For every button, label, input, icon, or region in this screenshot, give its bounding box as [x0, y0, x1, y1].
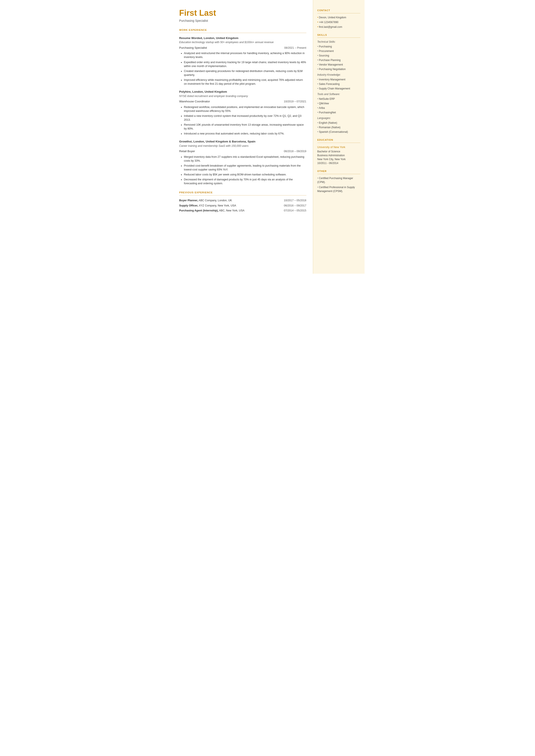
skill-cat-industry: Industry Knowledge: [317, 73, 360, 77]
prev-exp-row-2: Supply Officer, XYZ Company, New York, U… [179, 204, 306, 208]
contact-phone: +44 1234567890 [317, 20, 360, 24]
list-item: Expedited order entry and inventory trac… [184, 60, 306, 68]
bullet-list-2: Redesigned workflow, consolidated positi… [179, 105, 306, 136]
prev-exp-title-3: Purchasing Agent (Internship), ABC, New … [179, 209, 244, 213]
skill-item: Inventory Management [317, 78, 360, 81]
skill-item: Sales Forecasting [317, 82, 360, 86]
company-block-1: Resume Worded, London, United Kingdom Ed… [179, 36, 306, 86]
edu-location: New York City, New York [317, 157, 360, 161]
skill-item: Sourcing [317, 54, 360, 58]
skill-item: QlikView [317, 101, 360, 105]
skill-item: Purchasing [317, 44, 360, 48]
prev-exp-title-1: Buyer Planner, ABC Company, London, UK [179, 199, 232, 203]
company-block-3: Growthsi, London, United Kingdom & Barce… [179, 139, 306, 185]
list-item: Analyzed and restructured the internal p… [184, 51, 306, 59]
skill-item: Purchasing Negotiation [317, 67, 360, 71]
company-2-name: Polyhire, London, United Kingdom [179, 90, 306, 94]
skill-item: Spanish (Conversational) [317, 130, 360, 134]
other-item-2: Certified Professional in Supply Managem… [317, 185, 360, 193]
other-item-1: Certified Purchasing Manager (CPM). [317, 176, 360, 184]
edu-school: University of New York [317, 145, 360, 149]
role-title-1: Purchasing Specialist [179, 46, 207, 50]
list-item: Merged inventory data from 27 suppliers … [184, 155, 306, 163]
company-3-desc: Career training and membership SaaS with… [179, 144, 306, 148]
role-row-2: Warehouse Coordinator 10/2019 – 07/2021 [179, 99, 306, 104]
skill-item: Supply Chain Management [317, 87, 360, 91]
company-1-desc: Education technology startup with 50+ em… [179, 40, 306, 44]
company-3-name: Growthsi, London, United Kingdom & Barce… [179, 139, 306, 144]
candidate-title: Purchasing Specialist [179, 18, 306, 23]
role-dates-3: 06/2018 – 09/2019 [284, 149, 306, 154]
prev-exp-dates-3: 07/2014 – 05/2015 [284, 209, 306, 213]
company-block-2: Polyhire, London, United Kingdom NYSE-li… [179, 90, 306, 136]
prev-exp-row-3: Purchasing Agent (Internship), ABC, New … [179, 209, 306, 213]
edu-degree: Bachelor of Science [317, 150, 360, 154]
bullet-list-1: Analyzed and restructured the internal p… [179, 51, 306, 86]
list-item: Redesigned workflow, consolidated positi… [184, 105, 306, 113]
prev-exp-dates-1: 10/2017 – 05/2018 [284, 199, 306, 203]
resume-page: First Last Purchasing Specialist WORK EX… [171, 0, 365, 274]
skill-item: Vendor Management [317, 63, 360, 67]
prev-exp-row-1: Buyer Planner, ABC Company, London, UK 1… [179, 199, 306, 203]
candidate-name: First Last [179, 9, 306, 18]
education-heading: EDUCATION [317, 138, 360, 143]
skill-item: Procurement [317, 49, 360, 53]
skills-heading: SKILLS [317, 33, 360, 38]
skill-item: Romanian (Native) [317, 126, 360, 129]
role-dates-1: 08/2021 – Present [284, 46, 306, 50]
skill-item: PurchasingNet [317, 111, 360, 114]
list-item: Improved efficiency while maximizing pro… [184, 78, 306, 86]
skill-item: English (Native) [317, 121, 360, 125]
list-item: Removed 10K pounds of unwarranted invent… [184, 123, 306, 130]
company-2-name-rest: London, United Kingdom [191, 90, 227, 93]
right-column: CONTACT Devon, United Kingdom +44 123456… [313, 0, 365, 274]
role-row-3: Retail Buyer 06/2018 – 09/2019 [179, 149, 306, 154]
company-1-name-rest: London, United Kingdom [203, 37, 239, 40]
edu-field: Business Administration [317, 154, 360, 157]
company-2-name-bold: Polyhire, [179, 90, 191, 93]
prev-exp-title-2: Supply Officer, XYZ Company, New York, U… [179, 204, 236, 208]
contact-email: first.last@gmail.com [317, 25, 360, 29]
work-experience-heading: WORK EXPERIENCE [179, 28, 306, 33]
skill-item: Ariba [317, 106, 360, 110]
list-item: Provided cost-benefit breakdown of suppl… [184, 164, 306, 172]
company-3-name-bold: Growthsi, [179, 140, 193, 143]
list-item: Created standard operating procedures fo… [184, 69, 306, 77]
contact-address: Devon, United Kingdom [317, 15, 360, 19]
role-title-3: Retail Buyer [179, 149, 195, 154]
contact-heading: CONTACT [317, 9, 360, 14]
list-item: Introduced a new process that automated … [184, 132, 306, 136]
skill-cat-technical: Technical Skills: [317, 40, 360, 44]
bullet-list-3: Merged inventory data from 27 suppliers … [179, 155, 306, 185]
company-1-name: Resume Worded, London, United Kingdom [179, 36, 306, 40]
previous-experience-heading: PREVIOUS EXPERIENCE [179, 191, 306, 195]
role-title-2: Warehouse Coordinator [179, 99, 210, 104]
skill-cat-tools: Tools and Software: [317, 92, 360, 96]
skill-item: Purchase Planning [317, 58, 360, 62]
list-item: Reduced labor costs by $5K per week usin… [184, 173, 306, 177]
company-3-name-rest: London, United Kingdom & Barcelona, Spai… [193, 140, 256, 143]
list-item: Initiated a new inventory control system… [184, 114, 306, 122]
other-heading: OTHER [317, 169, 360, 174]
company-2-desc: NYSE-listed recruitment and employer bra… [179, 94, 306, 98]
prev-exp-dates-2: 06/2016 – 09/2017 [284, 204, 306, 208]
role-dates-2: 10/2019 – 07/2021 [284, 99, 306, 104]
company-1-name-bold: Resume Worded, [179, 37, 203, 40]
edu-dates: 10/2011 - 06/2014 [317, 161, 360, 165]
list-item: Decreased the shipment of damaged produc… [184, 178, 306, 185]
skill-item: NetSuite ERP [317, 97, 360, 101]
skill-cat-languages: Languages: [317, 116, 360, 120]
left-column: First Last Purchasing Specialist WORK EX… [171, 0, 313, 274]
role-row-1: Purchasing Specialist 08/2021 – Present [179, 46, 306, 50]
